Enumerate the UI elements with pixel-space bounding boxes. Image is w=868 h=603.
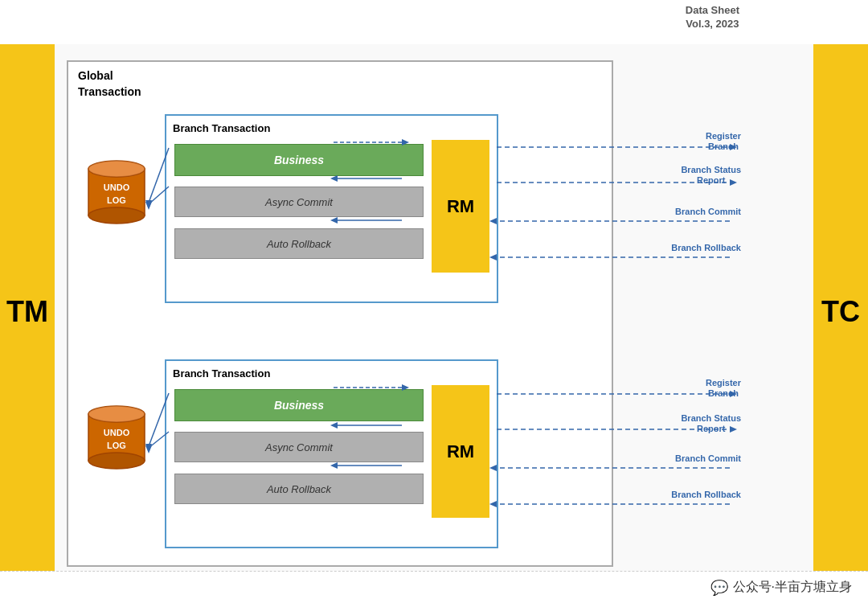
tc-label: TC bbox=[821, 295, 860, 329]
register-label-top: Register bbox=[706, 131, 741, 142]
wechat-icon: 💬 bbox=[710, 579, 728, 597]
branch-commit-label-bottom: Branch Commit bbox=[675, 453, 741, 464]
branch-commit-top: Branch Commit bbox=[675, 207, 741, 217]
header-title: Data Sheet bbox=[686, 4, 739, 18]
branch-reg-label-bottom: Branch bbox=[706, 388, 741, 399]
top-header: Data Sheet Vol.3, 2023 bbox=[0, 0, 868, 44]
svg-point-3 bbox=[88, 161, 145, 177]
undo-log-top: UNDO LOG bbox=[84, 154, 149, 230]
branch-rollback-label-top: Branch Rollback bbox=[671, 243, 741, 253]
auto-rollback-box-bottom: Auto Rollback bbox=[174, 474, 424, 504]
watermark: 💬 公众号·半亩方塘立身 bbox=[0, 571, 868, 603]
rm-block-bottom: RM bbox=[432, 385, 489, 518]
auto-rollback-label-bottom: Auto Rollback bbox=[267, 483, 331, 495]
business-box-top: Business bbox=[174, 144, 424, 176]
tm-bar: TM bbox=[0, 44, 55, 579]
branch-commit-bottom: Branch Commit bbox=[675, 453, 741, 464]
branch-reg-label-top: Branch bbox=[706, 142, 741, 152]
business-label-bottom: Business bbox=[274, 399, 324, 412]
report-top: Report bbox=[681, 175, 741, 186]
tc-bar: TC bbox=[813, 44, 868, 579]
branch-bottom-label: Branch Transaction bbox=[173, 367, 270, 379]
register-branch-label-bottom: Register Branch bbox=[706, 378, 741, 399]
business-box-bottom: Business bbox=[174, 389, 424, 421]
svg-text:LOG: LOG bbox=[107, 195, 126, 205]
async-commit-box-bottom: Async Commit bbox=[174, 432, 424, 462]
svg-point-8 bbox=[88, 453, 145, 469]
svg-point-9 bbox=[88, 406, 145, 422]
rm-label-top: RM bbox=[447, 196, 474, 217]
branch-rollback-label-bottom: Branch Rollback bbox=[671, 490, 741, 500]
header-subtitle: Vol.3, 2023 bbox=[686, 18, 739, 31]
branch-transaction-top: Branch Transaction Business Async Commit… bbox=[165, 114, 498, 303]
report-bottom: Report bbox=[681, 424, 741, 434]
auto-rollback-label-top: Auto Rollback bbox=[267, 238, 331, 250]
svg-text:LOG: LOG bbox=[107, 441, 126, 450]
branch-top-label: Branch Transaction bbox=[173, 122, 270, 134]
undo-log-bottom: UNDO LOG bbox=[84, 400, 149, 475]
global-transaction-label: Global Transaction bbox=[78, 68, 141, 100]
rm-block-top: RM bbox=[432, 140, 489, 273]
svg-text:UNDO: UNDO bbox=[104, 183, 130, 192]
watermark-text: 公众号·半亩方塘立身 bbox=[733, 579, 852, 596]
branch-rollback-bottom: Branch Rollback bbox=[671, 490, 741, 500]
branch-status-label-top: Branch Status Report bbox=[681, 165, 741, 186]
branch-rollback-top: Branch Rollback bbox=[671, 243, 741, 253]
register-label-bottom: Register bbox=[706, 378, 741, 388]
business-label-top: Business bbox=[274, 154, 324, 166]
global-transaction-box: Global Transaction Branch Transaction Bu… bbox=[67, 60, 613, 567]
svg-text:UNDO: UNDO bbox=[104, 428, 130, 437]
svg-point-2 bbox=[88, 207, 145, 224]
branch-status-bottom: Branch Status bbox=[681, 413, 741, 424]
main-area: Global Transaction Branch Transaction Bu… bbox=[55, 44, 813, 579]
rm-label-bottom: RM bbox=[447, 441, 474, 462]
branch-status-label-bottom: Branch Status Report bbox=[681, 413, 741, 434]
async-commit-label-top: Async Commit bbox=[265, 196, 333, 208]
branch-status-top: Branch Status bbox=[681, 165, 741, 175]
async-commit-label-bottom: Async Commit bbox=[265, 441, 333, 453]
register-branch-label-top: Register Branch bbox=[706, 131, 741, 152]
branch-commit-label-top: Branch Commit bbox=[675, 207, 741, 217]
header-text: Data Sheet Vol.3, 2023 bbox=[686, 4, 739, 31]
branch-transaction-bottom: Branch Transaction Business Async Commit… bbox=[165, 359, 498, 548]
auto-rollback-box-top: Auto Rollback bbox=[174, 228, 424, 259]
async-commit-box-top: Async Commit bbox=[174, 187, 424, 217]
tm-label: TM bbox=[6, 295, 48, 329]
